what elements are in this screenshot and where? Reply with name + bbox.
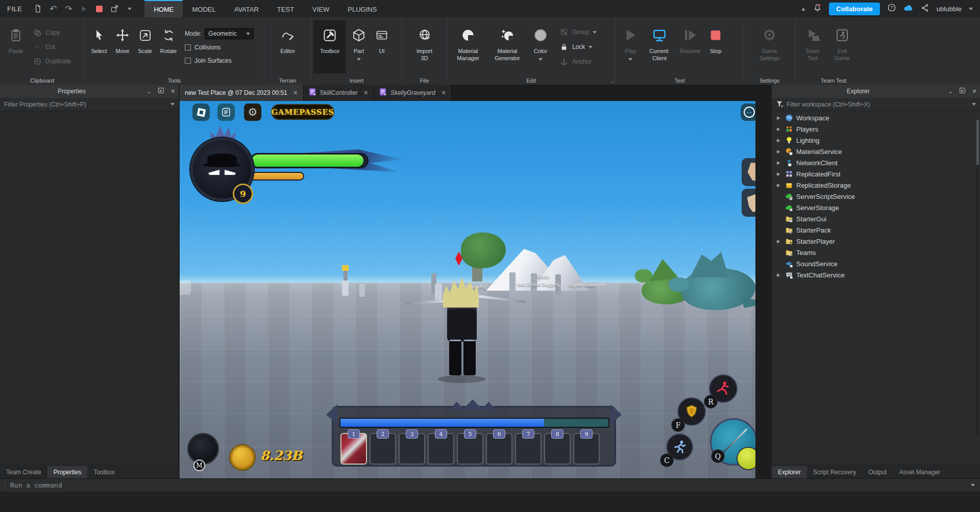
command-bar[interactable]: ⋮ Run a command — [0, 478, 980, 492]
tab-toolbox[interactable]: Toolbox — [87, 466, 120, 478]
gamepasses-button[interactable]: GAMEPASSES — [271, 104, 334, 120]
quickbar-caret-icon[interactable] — [122, 0, 137, 17]
undo-icon[interactable]: ↶ — [45, 0, 61, 17]
hotbar-slot-7[interactable]: 7 — [515, 433, 542, 465]
join-surfaces-checkbox[interactable]: Join Surfaces — [185, 54, 254, 67]
explorer-item-lighting[interactable]: ▶Lighting — [772, 135, 980, 146]
tab-script-recovery[interactable]: Script Recovery — [807, 466, 863, 478]
import-3d-button[interactable]: Import 3D — [410, 20, 439, 73]
lock-button[interactable]: Lock — [556, 40, 600, 54]
command-bar-grip-icon[interactable]: ⋮ — [0, 482, 10, 489]
explorer-filter-input[interactable]: Filter workspace (Ctrl+Shift+X) — [772, 98, 980, 111]
move-button[interactable]: Move — [111, 20, 134, 73]
hotbar-slot-5[interactable]: 5 — [457, 433, 483, 465]
quest-list-button[interactable] — [217, 104, 235, 121]
stop-quick-icon[interactable] — [91, 0, 107, 17]
toolbox-button[interactable]: Toolbox — [313, 20, 346, 73]
explorer-item-startergui[interactable]: StarterGui — [772, 213, 980, 224]
share-icon[interactable] — [921, 4, 929, 14]
explorer-item-starterpack[interactable]: StarterPack — [772, 224, 980, 236]
publish-icon[interactable] — [107, 0, 122, 17]
more-options-button[interactable]: ⋯ — [741, 104, 755, 121]
expand-arrow-icon[interactable]: ▶ — [777, 138, 782, 143]
properties-float-icon[interactable] — [155, 87, 167, 95]
mode-dropdown[interactable]: Geometric — [205, 28, 254, 39]
tab-explorer[interactable]: Explorer — [772, 466, 807, 478]
explorer-item-textchatservice[interactable]: ▶TextChatService — [772, 269, 980, 280]
explorer-item-soundservice[interactable]: SoundService — [772, 258, 980, 269]
stop-button[interactable]: Stop — [704, 20, 727, 73]
roblox-menu-button[interactable] — [192, 104, 210, 121]
emote-button-2[interactable] — [742, 189, 755, 217]
anchor-button[interactable]: ⚓Anchor — [556, 55, 600, 68]
minimap-emblem[interactable] — [187, 433, 219, 465]
copy-button[interactable]: Copy — [30, 26, 74, 39]
tab-asset-manager[interactable]: Asset Manager — [893, 466, 946, 478]
game-settings-button[interactable]: ⚙Game Settings — [754, 20, 786, 73]
hotbar-slot-1[interactable]: 1 — [340, 433, 367, 465]
expand-arrow-icon[interactable]: ▶ — [777, 272, 782, 277]
expand-arrow-icon[interactable]: ▶ — [777, 149, 782, 154]
collaborate-button[interactable]: Collaborate — [829, 3, 880, 15]
collapse-ribbon-icon[interactable]: ▲ — [800, 6, 806, 12]
explorer-item-materialservice[interactable]: ▶MaterialService — [772, 146, 980, 157]
notifications-bell-icon[interactable] — [813, 4, 822, 14]
explorer-item-players[interactable]: ▶Players — [772, 123, 980, 135]
tab-avatar[interactable]: AVATAR — [225, 0, 268, 17]
hotbar-slot-8[interactable]: 8 — [544, 433, 571, 465]
explorer-item-serverstorage[interactable]: ServerStorage — [772, 202, 980, 213]
help-icon[interactable]: ? — [887, 3, 896, 14]
properties-collapse-icon[interactable]: ⌄ — [143, 88, 155, 95]
hotbar-slot-4[interactable]: 4 — [428, 433, 454, 465]
explorer-item-replicatedfirst[interactable]: ▶ReplicatedFirst — [772, 168, 980, 180]
resume-button[interactable]: Resume — [676, 20, 704, 73]
close-tab-icon[interactable]: ✕ — [363, 89, 369, 96]
tab-plugins[interactable]: PLUGINS — [338, 0, 386, 17]
explorer-scrollbar[interactable] — [976, 118, 979, 434]
play-quick-icon[interactable] — [76, 0, 91, 17]
collisions-checkbox[interactable]: Collisions — [185, 41, 254, 54]
explorer-item-replicatedstorage[interactable]: ▶ReplicatedStorage — [772, 180, 980, 191]
doc-tab-place[interactable]: new Test Place @ 07 Dec 2023 00:51✕ — [180, 85, 304, 101]
rotate-button[interactable]: Rotate — [156, 20, 181, 73]
terrain-editor-button[interactable]: Editor — [274, 20, 302, 73]
hotbar-slot-3[interactable]: 3 — [399, 433, 425, 465]
file-menu[interactable]: FILE — [0, 0, 30, 17]
new-file-icon[interactable] — [30, 0, 45, 17]
expand-arrow-icon[interactable]: ▶ — [777, 183, 782, 188]
username[interactable]: ublubble — [937, 5, 962, 13]
edit-group-expander-icon[interactable]: ⌟ — [611, 78, 614, 83]
tab-properties[interactable]: Properties — [47, 466, 88, 478]
tab-view[interactable]: VIEW — [303, 0, 338, 17]
exit-game-button[interactable]: Exit Game — [828, 20, 856, 73]
play-button[interactable]: Play — [618, 20, 643, 73]
redo-icon[interactable]: ↷ — [61, 0, 76, 17]
color-button[interactable]: Color — [528, 20, 553, 73]
game-viewport[interactable]: Skelly Vast Simple Daggers Scythe Skills… — [180, 101, 755, 478]
cut-button[interactable]: ✂Cut — [30, 40, 74, 54]
tab-home[interactable]: HOME — [144, 0, 183, 17]
explorer-item-starterplayer[interactable]: ▶StarterPlayer — [772, 236, 980, 247]
hotbar-slot-6[interactable]: 6 — [486, 433, 512, 465]
hotbar-slot-2[interactable]: 2 — [370, 433, 396, 465]
doc-tab-skillcontroller[interactable]: SkillController✕ — [304, 85, 374, 101]
current-client-button[interactable]: Current: Client — [643, 20, 676, 73]
properties-close-icon[interactable]: ✕ — [167, 88, 179, 95]
hotbar-slot-9[interactable]: 9 — [573, 433, 600, 465]
settings-gear-button[interactable]: ⚙ — [244, 104, 261, 121]
expand-arrow-icon[interactable]: ▶ — [777, 115, 782, 120]
explorer-float-icon[interactable] — [956, 87, 969, 95]
group-button[interactable]: Group — [556, 25, 600, 39]
scale-button[interactable]: Scale — [134, 20, 156, 73]
expand-arrow-icon[interactable]: ▶ — [777, 126, 782, 132]
explorer-item-workspace[interactable]: ▶Workspace — [772, 112, 980, 123]
command-input[interactable]: Run a command — [10, 481, 62, 489]
tab-team-create[interactable]: Team Create — [0, 466, 47, 478]
close-tab-icon[interactable]: ✕ — [441, 89, 446, 96]
select-button[interactable]: Select — [87, 20, 111, 73]
expand-arrow-icon[interactable]: ▶ — [777, 160, 782, 165]
doc-tab-skellygraveyard[interactable]: SkellyGraveyard✕ — [374, 85, 452, 101]
explorer-item-serverscriptservice[interactable]: ServerScriptService — [772, 191, 980, 202]
part-button[interactable]: Part — [346, 20, 372, 73]
tab-output[interactable]: Output — [862, 466, 893, 478]
